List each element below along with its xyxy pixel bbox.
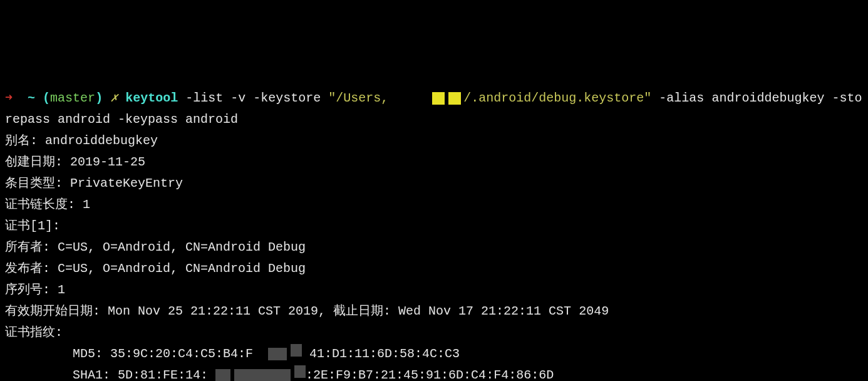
output-cert-header: 证书[1]: bbox=[5, 219, 60, 233]
entry-type-label: 条目类型: bbox=[5, 176, 63, 190]
output-issuer: 发布者: C=US, O=Android, CN=Android Debug bbox=[5, 261, 306, 276]
issuer-value: C=US, O=Android, CN=Android Debug bbox=[50, 261, 306, 276]
terminal-screen[interactable]: ➜ ~ (master) ✗ keytool -list -v -keystor… bbox=[5, 91, 862, 381]
valid-value: Mon Nov 25 21:22:11 CST 2019, 截止日期: Wed … bbox=[100, 304, 609, 318]
output-md5: MD5: 35:9C:20:C4:C5:B4:F 41:D1:11:6D:58:… bbox=[5, 347, 460, 361]
alias-label: 别名: bbox=[5, 133, 38, 148]
command-path-post: /.android/debug.keystore" bbox=[463, 91, 651, 105]
output-alias: 别名: androiddebugkey bbox=[5, 133, 158, 148]
serial-value: 1 bbox=[50, 283, 65, 297]
output-created: 创建日期: 2019-11-25 bbox=[5, 155, 145, 169]
created-label: 创建日期: bbox=[5, 155, 63, 169]
md5-post: 41:D1:11:6D:58:4C:C3 bbox=[302, 347, 460, 361]
output-owner: 所有者: C=US, O=Android, CN=Android Debug bbox=[5, 240, 306, 254]
sha1-post: :2E:F9:B7:21:45:91:6D:C4:F4:86:6D bbox=[306, 368, 554, 381]
created-value: 2019-11-25 bbox=[63, 155, 145, 169]
chain-len-label: 证书链长度: bbox=[5, 197, 75, 212]
command-program: keytool bbox=[125, 91, 178, 105]
owner-value: C=US, O=Android, CN=Android Debug bbox=[50, 240, 306, 254]
redacted-md5-2 bbox=[291, 344, 302, 357]
redacted-username-1 bbox=[432, 92, 445, 105]
redacted-sha1-3 bbox=[294, 365, 306, 378]
command-path-pre: "/Users, bbox=[328, 91, 388, 105]
output-sha1: SHA1: 5D:81:FE:14: :2E:F9:B7:21:45:91:6D… bbox=[5, 368, 554, 381]
redacted-md5-1 bbox=[268, 348, 287, 360]
command-line[interactable]: keytool -list -v -keystore "/Users,/.and… bbox=[5, 91, 862, 127]
owner-label: 所有者: bbox=[5, 240, 50, 254]
prompt-status: ✗ bbox=[110, 91, 118, 105]
branch-name: master bbox=[50, 91, 95, 105]
serial-label: 序列号: bbox=[5, 283, 50, 297]
branch-close: ) bbox=[95, 91, 103, 105]
md5-pre: MD5: 35:9C:20:C4:C5:B4:F bbox=[5, 347, 253, 361]
redacted-username-2 bbox=[448, 92, 461, 105]
branch-open: ( bbox=[43, 91, 50, 105]
issuer-label: 发布者: bbox=[5, 261, 50, 276]
output-entry-type: 条目类型: PrivateKeyEntry bbox=[5, 176, 183, 190]
valid-label: 有效期开始日期: bbox=[5, 304, 100, 318]
prompt-arrow: ➜ bbox=[5, 91, 13, 105]
alias-value: androiddebugkey bbox=[38, 133, 158, 148]
command-args-before: -list -v -keystore bbox=[178, 91, 328, 105]
redacted-sha1-1 bbox=[215, 369, 230, 381]
output-fingerprint-label: 证书指纹: bbox=[5, 325, 63, 340]
chain-len-value: 1 bbox=[75, 197, 90, 212]
output-validity: 有效期开始日期: Mon Nov 25 21:22:11 CST 2019, 截… bbox=[5, 304, 609, 318]
output-chain-len: 证书链长度: 1 bbox=[5, 197, 90, 212]
output-serial: 序列号: 1 bbox=[5, 283, 65, 297]
entry-type-value: PrivateKeyEntry bbox=[63, 176, 183, 190]
prompt: ➜ ~ (master) ✗ bbox=[5, 91, 118, 105]
redacted-sha1-2 bbox=[234, 369, 291, 381]
prompt-path: ~ bbox=[28, 91, 35, 105]
sha1-pre: SHA1: 5D:81:FE:14: bbox=[5, 368, 215, 381]
